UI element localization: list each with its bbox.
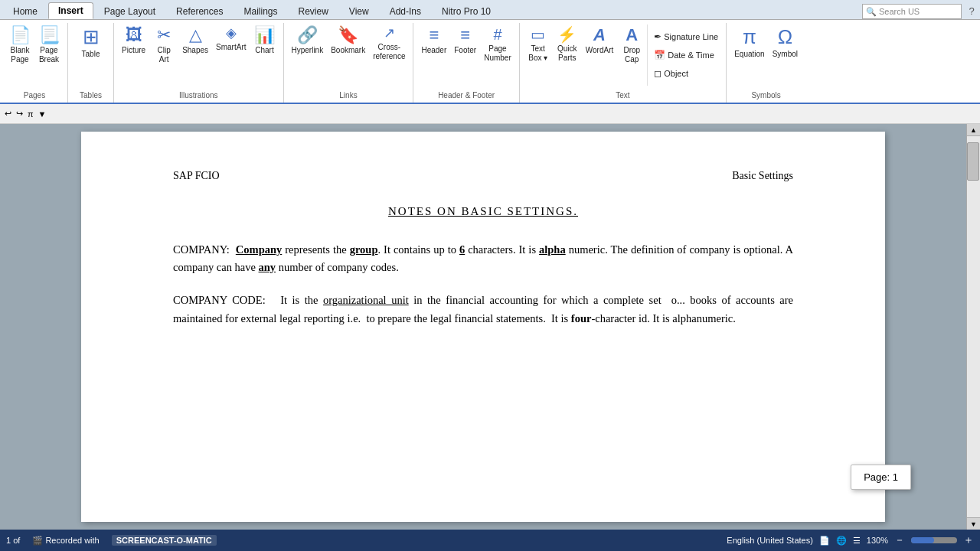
table-icon: ⊞ (83, 26, 100, 48)
status-bar: 1 of 🎬 Recorded with SCREENCAST-O-MATIC … (0, 530, 980, 551)
header-left: SAP FCIO (173, 170, 220, 182)
symbol-icon: Ω (778, 26, 792, 48)
signature-line-icon: ✒ (654, 31, 662, 42)
wordart-icon: A (593, 26, 606, 44)
illustrations-group-label: Illustrations (179, 91, 218, 101)
date-time-button[interactable]: 📅 Date & Time (651, 49, 721, 61)
document-area: SAP FCIO Basic Settings NOTES ON BASIC S… (0, 124, 966, 530)
ribbon-group-illustrations: 🖼 Picture ✂ ClipArt △ Shapes ◈ SmartArt … (114, 23, 284, 103)
shapes-button[interactable]: △ Shapes (179, 24, 211, 57)
footer-button[interactable]: ≡ Footer (451, 24, 479, 57)
ribbon-tabs: Home Insert Page Layout References Maili… (0, 0, 980, 20)
page-break-button[interactable]: 📃 PageBreak (35, 24, 63, 66)
tab-insert[interactable]: Insert (48, 2, 93, 19)
drop-cap-icon: A (626, 26, 638, 44)
group-term: group (350, 243, 378, 256)
six-chars: 6 (459, 243, 465, 256)
four-char-term: four (571, 312, 592, 324)
zoom-out-button[interactable]: － (894, 533, 905, 547)
vertical-scrollbar[interactable]: ▲ ▼ (966, 124, 980, 530)
chart-button[interactable]: 📊 Chart (251, 24, 279, 57)
date-time-label: Date & Time (668, 51, 714, 60)
clip-art-icon: ✂ (157, 26, 171, 44)
equation-icon: π (743, 26, 756, 48)
page-number-button[interactable]: # PageNumber (481, 24, 514, 64)
tab-home[interactable]: Home (3, 3, 47, 19)
clip-art-button[interactable]: ✂ ClipArt (150, 24, 178, 66)
tab-mailings[interactable]: Mailings (234, 3, 287, 19)
main-area: SAP FCIO Basic Settings NOTES ON BASIC S… (0, 124, 980, 530)
language-label: English (United States) (727, 536, 813, 545)
ribbon-group-text: ▭ TextBox ▾ ⚡ QuickParts A WordArt A Dro… (520, 23, 727, 103)
redo-icon[interactable]: ↪ (16, 109, 23, 119)
tab-page-layout[interactable]: Page Layout (94, 3, 165, 19)
cross-reference-icon: ↗ (384, 26, 395, 41)
page-body: COMPANY: Company represents the group. I… (173, 241, 793, 328)
any-term: any (259, 261, 276, 273)
ribbon-group-pages: 📄 BlankPage 📃 PageBreak Pages (2, 23, 68, 103)
date-time-icon: 📅 (654, 50, 665, 60)
view-web-icon[interactable]: 🌐 (836, 536, 847, 546)
tab-references[interactable]: References (166, 3, 233, 19)
header-icon: ≡ (429, 26, 439, 44)
object-label: Object (664, 69, 688, 78)
bookmark-button[interactable]: 🔖 Bookmark (328, 24, 368, 57)
view-normal-icon[interactable]: 📄 (819, 536, 830, 546)
cross-reference-button[interactable]: ↗ Cross-reference (370, 24, 408, 63)
company-term: Company (236, 243, 282, 256)
drop-cap-button[interactable]: A DropCap (618, 24, 645, 66)
zoom-in-button[interactable]: ＋ (963, 533, 974, 547)
text-box-icon: ▭ (531, 26, 545, 43)
scroll-up-button[interactable]: ▲ (967, 124, 980, 136)
tab-review[interactable]: Review (288, 3, 338, 19)
search-box[interactable]: 🔍 Search US (862, 4, 962, 19)
table-button[interactable]: ⊞ Table (77, 24, 105, 60)
zoom-slider[interactable] (911, 537, 957, 543)
zoom-level: 130% (867, 536, 888, 545)
dropdown-arrow[interactable]: ▼ (38, 109, 47, 119)
page-count-label: 1 of (6, 536, 20, 545)
search-label: Search US (879, 7, 920, 16)
scroll-down-button[interactable]: ▼ (967, 517, 980, 530)
quick-parts-button[interactable]: ⚡ QuickParts (554, 24, 581, 64)
picture-button[interactable]: 🖼 Picture (119, 24, 149, 57)
ribbon-group-header-footer: ≡ Header ≡ Footer # PageNumber Header & … (413, 23, 519, 103)
paragraph-company-code: COMPANY CODE: It is the organizational u… (173, 292, 793, 327)
blank-page-button[interactable]: 📄 BlankPage (6, 24, 34, 66)
tab-view[interactable]: View (339, 3, 379, 19)
equation-button[interactable]: π Equation (731, 24, 767, 60)
quick-parts-icon: ⚡ (557, 26, 577, 43)
status-bar-right: English (United States) 📄 🌐 ☰ 130% － ＋ (727, 533, 974, 547)
view-outline-icon[interactable]: ☰ (853, 536, 861, 546)
tab-addins[interactable]: Add-Ins (380, 3, 431, 19)
page-popup-text: Page: 1 (864, 471, 898, 483)
formula-icon[interactable]: π (28, 109, 34, 119)
alpha-term: alpha (539, 243, 566, 256)
smartart-icon: ◈ (226, 26, 237, 41)
document-page: SAP FCIO Basic Settings NOTES ON BASIC S… (81, 132, 885, 522)
object-button[interactable]: ◻ Object (651, 67, 721, 80)
page-popup: Page: 1 (851, 465, 911, 490)
undo-icon[interactable]: ↩ (5, 109, 11, 119)
page-header: SAP FCIO Basic Settings (173, 170, 793, 182)
object-icon: ◻ (654, 68, 662, 79)
signature-line-label: Signature Line (664, 32, 718, 41)
symbol-button[interactable]: Ω Symbol (769, 24, 801, 60)
hyperlink-button[interactable]: 🔗 Hyperlink (289, 24, 327, 57)
footer-icon: ≡ (460, 26, 470, 44)
signature-line-button[interactable]: ✒ Signature Line (651, 31, 721, 43)
smartart-button[interactable]: ◈ SmartArt (213, 24, 249, 54)
header-button[interactable]: ≡ Header (418, 24, 449, 57)
help-icon[interactable]: ? (963, 2, 980, 19)
page-title: NOTES ON BASIC SETTINGS. (173, 205, 793, 218)
ribbon-group-links: 🔗 Hyperlink 🔖 Bookmark ↗ Cross-reference… (284, 23, 414, 103)
tab-nitro[interactable]: Nitro Pro 10 (432, 3, 501, 19)
ribbon-group-tables: ⊞ Table Tables (68, 23, 114, 103)
wordart-button[interactable]: A WordArt (583, 24, 617, 57)
paragraph-company: COMPANY: Company represents the group. I… (173, 241, 793, 276)
scroll-track (967, 136, 980, 517)
scroll-thumb[interactable] (967, 142, 979, 181)
org-unit-term: organizational unit (323, 294, 409, 306)
text-group-label: Text (616, 91, 629, 101)
text-box-button[interactable]: ▭ TextBox ▾ (524, 24, 552, 64)
